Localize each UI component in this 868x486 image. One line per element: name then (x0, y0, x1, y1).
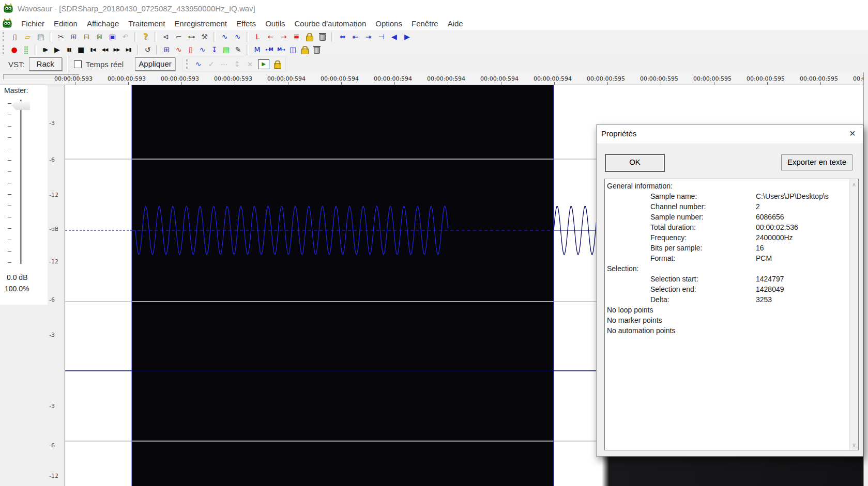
loop-icon[interactable]: ↺ (142, 44, 154, 55)
property-label: Channel number: (605, 202, 706, 211)
toolbar-separator (247, 32, 249, 42)
paste-loop-icon[interactable]: ▣ (106, 32, 119, 42)
dialog-title-bar[interactable]: Propriétés × (597, 125, 863, 144)
open-file-icon[interactable]: ▱ (21, 32, 34, 42)
wavosaur-monster-icon (3, 3, 13, 13)
paste-icon[interactable]: ⊟ (80, 32, 93, 42)
scroll-down-icon[interactable]: ∨ (850, 441, 858, 449)
marker-icon[interactable]: M (251, 44, 263, 55)
zoom-fit-icon[interactable]: ⊣ (375, 32, 388, 42)
menu-fen-tre[interactable]: Fenêtre (407, 19, 443, 28)
scroll-up-icon[interactable]: ∧ (850, 180, 858, 189)
master-slider-handle[interactable] (12, 101, 30, 110)
waveform-green-icon[interactable]: ∿ (231, 32, 244, 42)
undo-icon[interactable]: ↶ (119, 32, 132, 42)
appliquer-button[interactable]: Appliquer (135, 57, 175, 71)
menu-options[interactable]: Options (371, 19, 407, 28)
save-file-icon[interactable]: ▤ (34, 32, 47, 42)
menu-traitement[interactable]: Traitement (124, 19, 170, 28)
menu-affichage[interactable]: Affichage (82, 19, 124, 28)
filter-wave-icon[interactable]: ∿ (196, 44, 208, 55)
menu-outils[interactable]: Outils (261, 19, 290, 28)
level-meter-icon[interactable]: ⣿ (20, 44, 32, 55)
wrench-icon[interactable]: ⚒ (198, 32, 211, 42)
export-text-button[interactable]: Exporter en texte (781, 154, 852, 170)
properties-list[interactable]: General information:Sample name:C:\Users… (604, 179, 859, 450)
lock2-icon[interactable] (299, 44, 311, 55)
record-icon[interactable]: ● (8, 44, 20, 55)
delete-points-icon[interactable]: × (243, 59, 256, 69)
lock-icon[interactable] (303, 32, 316, 42)
menu-fichier[interactable]: Fichier (17, 19, 49, 28)
forward-icon[interactable]: ▶▶ (111, 44, 123, 55)
apply-curve-icon[interactable]: ✓ (205, 59, 218, 69)
document-monster-icon[interactable] (2, 18, 12, 28)
pause-icon[interactable]: ▮▮ (63, 44, 75, 55)
red-wave-icon[interactable]: ≣ (290, 32, 303, 42)
normalize-icon[interactable]: ↧ (208, 44, 220, 55)
cut-icon[interactable]: ✂ (54, 32, 67, 42)
master-tick (8, 171, 11, 172)
automation-curve-icon[interactable]: ∿ (192, 59, 205, 69)
timeline-tick (75, 82, 75, 85)
title-bar[interactable]: Wavosaur - [SDRSharp_20180430_072508Z_43… (0, 0, 868, 17)
rewind-icon[interactable]: ◀◀ (99, 44, 111, 55)
view-next-icon[interactable]: ▶ (401, 32, 414, 42)
pencil-icon[interactable]: ✎ (232, 44, 244, 55)
help-icon[interactable]: ? (139, 32, 152, 42)
select-region-icon[interactable]: ◫ (287, 44, 299, 55)
trash2-icon[interactable] (311, 44, 323, 55)
timeline-tick (607, 82, 608, 85)
go-start-icon[interactable]: ▮◀ (87, 44, 99, 55)
right-gutter (863, 72, 868, 486)
copy-icon[interactable]: ⊞ (67, 32, 80, 42)
toolbar-grip (3, 45, 6, 54)
region-right-icon[interactable]: → (277, 32, 290, 42)
menu-enregistrement[interactable]: Enregistrement (170, 19, 232, 28)
temps-reel-checkbox[interactable] (74, 60, 82, 68)
master-slider-track[interactable] (20, 100, 22, 264)
delete-file-icon[interactable]: ▯ (185, 44, 196, 55)
zoom-out-icon[interactable]: ⇤ (349, 32, 362, 42)
close-icon[interactable]: × (849, 127, 856, 139)
routing-icon[interactable]: ⌐ (172, 32, 185, 42)
play-preview-icon[interactable]: ▶ (258, 59, 269, 69)
play-icon[interactable]: ▶ (51, 44, 63, 55)
show-points-icon[interactable]: ⋯ (218, 59, 231, 69)
statistics-icon[interactable]: ▤ (220, 44, 232, 55)
menu-edition[interactable]: Edition (49, 19, 82, 28)
play-from-cursor-icon[interactable]: ▮▶ (39, 44, 51, 55)
zoom-in-icon[interactable]: ⇥ (362, 32, 375, 42)
prev-marker-icon[interactable]: ←M (263, 44, 275, 55)
menu-effets[interactable]: Effets (232, 19, 261, 28)
menu-aide[interactable]: Aide (443, 19, 468, 28)
insert-file-icon[interactable]: ⊞ (161, 44, 173, 55)
audio-config-icon[interactable]: ⊲ (159, 32, 172, 42)
new-file-icon[interactable]: ▯ (8, 32, 21, 42)
stop-icon[interactable]: ■ (75, 44, 87, 55)
marker-l-icon[interactable]: L (251, 32, 264, 42)
property-row: Sample name:C:\Users\JP\Desktop\s (605, 191, 858, 201)
zoom-selection-icon[interactable]: ⇔ (336, 32, 349, 42)
menu-courbe-d-automation[interactable]: Courbe d'automation (290, 19, 371, 28)
waveform-view-icon[interactable]: ∿ (218, 32, 231, 42)
master-tick (8, 262, 11, 263)
property-label: Total duration: (605, 223, 696, 231)
ok-button[interactable]: OK (605, 154, 665, 172)
vst-rack-button[interactable]: Rack (29, 57, 62, 71)
connections-icon[interactable]: ⊶ (185, 32, 198, 42)
go-end-icon[interactable]: ▶▮ (123, 44, 134, 55)
next-marker-icon[interactable]: M→ (275, 44, 287, 55)
lock3-icon[interactable] (271, 59, 284, 69)
region-left-icon[interactable]: ← (264, 32, 277, 42)
paste-special-icon[interactable]: ⊠ (93, 32, 106, 42)
view-prev-icon[interactable]: ◀ (388, 32, 401, 42)
analysis-icon[interactable]: ∿ (173, 44, 185, 55)
trash-icon[interactable] (316, 32, 329, 42)
toolbar-main: ▯▱▤✂⊞⊟⊠▣↶?⊲⌐⊶⚒∿∿L←→≣⇔⇤⇥⊣◀▶ (0, 30, 868, 44)
db-scale-label: -3 (49, 403, 58, 410)
timeline-ruler[interactable]: 00:00:00:59300:00:00:59300:00:00:59300:0… (0, 72, 868, 85)
listbox-scrollbar[interactable]: ∧ ∨ (849, 179, 858, 450)
timeline-tick (554, 82, 555, 85)
scale-points-icon[interactable]: ↕ (231, 59, 243, 69)
